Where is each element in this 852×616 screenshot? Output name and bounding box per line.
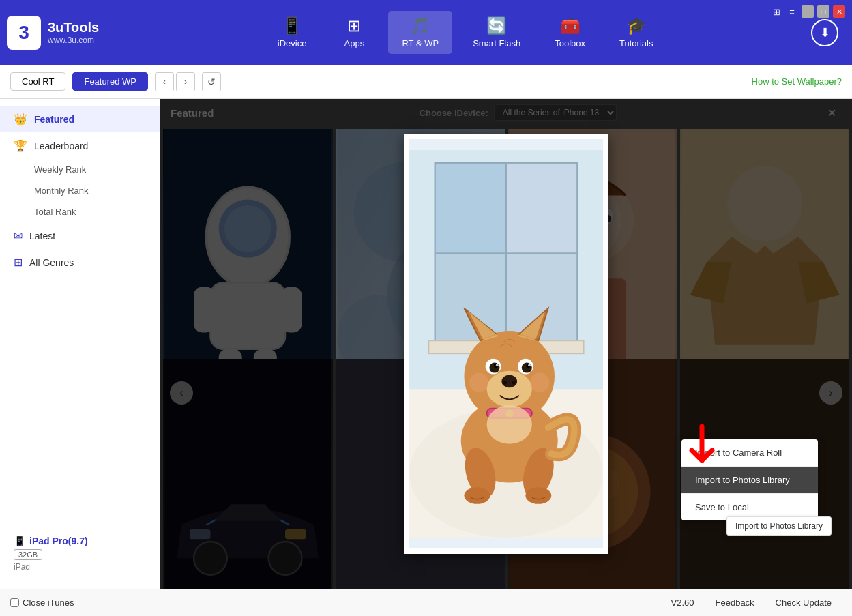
featured-icon: 👑 [14,113,27,126]
forward-button[interactable]: › [176,72,195,91]
toolbar: Cool RT Featured WP ‹ › ↺ How to Set Wal… [0,65,852,99]
download-icon: ⬇ [820,25,830,40]
nav-label-idevice: iDevice [278,38,307,48]
smartflash-icon: 🔄 [486,16,507,35]
overlay: Import to Camera Roll Import to Photos L… [160,99,852,589]
app-url: www.3u.com [48,35,99,45]
tooltip-popup: Import to Photos Library [726,516,832,536]
toolbox-icon: 🧰 [560,16,581,35]
svg-point-74 [487,405,532,444]
nav-label-smartflash: Smart Flash [473,38,520,48]
nav-arrow-group: ‹ › [155,72,195,91]
sidebar-subitem-total-rank[interactable]: Total Rank [0,201,160,222]
nav-label-toolbox: Toolbox [555,38,585,48]
close-itunes-text: Close iTunes [23,598,74,608]
svg-rect-41 [435,163,506,254]
shiba-image-container [409,139,603,548]
logo-number: 3 [18,22,29,44]
maximize-button[interactable]: □ [817,5,829,18]
app-name: 3uTools [48,20,99,35]
svg-point-64 [496,364,499,366]
device-name: 📱 iPad Pro(9.7) [14,536,146,546]
svg-point-66 [469,373,488,392]
lightbox-image-wrap [404,134,608,554]
all-genres-icon: ⊞ [14,256,23,269]
svg-point-73 [525,487,551,504]
title-bar-controls: ⊞ ≡ ─ □ ✕ [770,5,845,18]
device-storage: 32GB [14,549,42,560]
sidebar-item-latest[interactable]: ✉ Latest [0,222,160,249]
sidebar: 👑 Featured 🏆 Leaderboard Weekly Rank Mon… [0,99,160,589]
status-bar: Close iTunes V2.60 Feedback Check Update [0,589,852,616]
icon1-button[interactable]: ⊞ [770,5,782,18]
logo-text: 3uTools www.3u.com [48,20,99,45]
shiba-inu-svg [409,139,603,548]
svg-rect-42 [506,163,577,254]
device-type: iPad [14,562,146,572]
idevice-icon: 📱 [282,16,302,35]
minimize-button[interactable]: ─ [802,5,814,18]
refresh-button[interactable]: ↺ [202,72,221,91]
back-button[interactable]: ‹ [155,72,174,91]
nav-item-tutorials[interactable]: 🎓 Tutorials [606,11,666,54]
svg-point-56 [503,381,507,385]
sidebar-item-all-genres[interactable]: ⊞ All Genres [0,249,160,276]
sidebar-label-latest: Latest [29,231,55,241]
content-area: Featured Choose iDevice: All the Series … [160,99,852,589]
svg-point-65 [528,364,531,366]
status-bar-left: Close iTunes [10,598,74,608]
download-button[interactable]: ⬇ [811,19,838,46]
apps-icon: ⊞ [347,16,361,35]
leaderboard-icon: 🏆 [14,139,27,152]
sidebar-item-featured[interactable]: 👑 Featured [0,106,160,132]
nav-items: 📱 iDevice ⊞ Apps 🎵 RT & WP 🔄 Smart Flash… [119,11,811,54]
nav-label-rtwp: RT & WP [402,38,439,48]
version-label: V2.60 [661,598,705,608]
nav-label-tutorials: Tutorials [619,38,653,48]
red-arrow-svg [681,423,722,478]
svg-point-72 [464,487,490,504]
nav-item-apps[interactable]: ⊞ Apps [327,11,381,54]
nav-label-apps: Apps [344,38,365,48]
how-to-link[interactable]: How to Set Wallpaper? [752,76,842,87]
menu-button[interactable]: ≡ [786,5,798,18]
nav-item-rtwp[interactable]: 🎵 RT & WP [388,11,452,54]
title-bar: 3 3uTools www.3u.com 📱 iDevice ⊞ Apps 🎵 … [0,0,852,65]
sidebar-item-leaderboard[interactable]: 🏆 Leaderboard [0,132,160,159]
nav-item-toolbox[interactable]: 🧰 Toolbox [541,11,599,54]
close-itunes-checkbox[interactable] [10,598,19,607]
tab-featured-wp[interactable]: Featured WP [72,72,148,91]
check-update-button[interactable]: Check Update [765,598,842,608]
logo-box: 3 [7,16,41,50]
latest-icon: ✉ [14,229,23,242]
arrow-indicator [681,423,722,483]
sidebar-subitem-monthly-rank[interactable]: Monthly Rank [0,180,160,201]
device-info: 📱 iPad Pro(9.7) 32GB iPad [0,525,160,582]
svg-point-61 [522,362,532,372]
svg-point-60 [489,362,499,372]
logo-area: 3 3uTools www.3u.com [7,16,99,50]
close-button[interactable]: ✕ [833,5,845,18]
svg-point-67 [530,373,549,392]
tab-cool-rt[interactable]: Cool RT [10,72,65,91]
status-bar-right: V2.60 Feedback Check Update [661,598,842,608]
tutorials-icon: 🎓 [626,16,647,35]
device-icon: 📱 [14,536,25,546]
nav-item-idevice[interactable]: 📱 iDevice [264,11,321,54]
close-itunes-label[interactable]: Close iTunes [10,598,74,608]
sidebar-subitem-weekly-rank[interactable]: Weekly Rank [0,159,160,180]
sidebar-label-featured: Featured [34,114,74,125]
nav-item-smartflash[interactable]: 🔄 Smart Flash [459,11,534,54]
feedback-button[interactable]: Feedback [705,598,765,608]
sidebar-label-all-genres: All Genres [29,257,74,268]
sidebar-label-leaderboard: Leaderboard [34,141,88,151]
svg-point-57 [512,381,516,385]
main-area: 👑 Featured 🏆 Leaderboard Weekly Rank Mon… [0,99,852,589]
rtwp-icon: 🎵 [410,16,430,35]
svg-rect-43 [435,253,506,344]
